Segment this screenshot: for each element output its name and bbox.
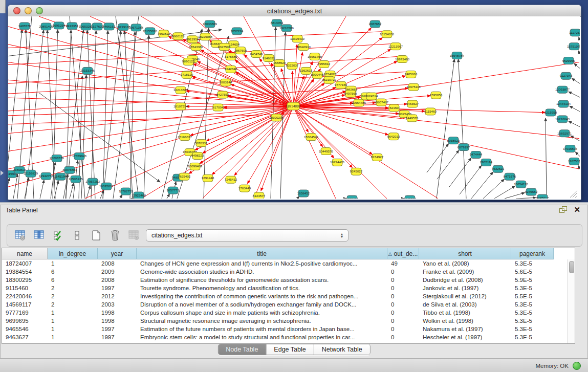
- cell-short: de Silva et al. (2003): [419, 301, 511, 308]
- cell-out-de-: 49: [387, 260, 419, 267]
- cell-short: Franke et al. (2009): [419, 269, 511, 275]
- svg-text:20206576: 20206576: [50, 156, 64, 160]
- cell-name: 14569117: [2, 301, 48, 308]
- svg-text:1107533: 1107533: [568, 159, 580, 163]
- table-row[interactable]: 946554611997Estimation of the future num…: [2, 325, 568, 333]
- column-header-in-degree[interactable]: in_degree: [48, 248, 98, 259]
- column-header-year[interactable]: year: [98, 248, 137, 259]
- cell-pagerank: 5.3E-5: [511, 260, 554, 267]
- cell-title: Estimation of significance thresholds fo…: [137, 277, 387, 283]
- table-row[interactable]: 1830029562008Estimation of significance …: [2, 276, 568, 284]
- close-panel-icon[interactable]: ✕: [574, 206, 580, 213]
- table-settings-icon[interactable]: [14, 229, 27, 242]
- table-panel-title: Table Panel: [6, 207, 38, 214]
- cell-year: 1998: [98, 318, 137, 324]
- column-header-pagerank[interactable]: pagerank: [511, 248, 554, 259]
- svg-text:18724007: 18724007: [286, 104, 301, 108]
- svg-text:9529966: 9529966: [562, 59, 575, 62]
- svg-text:7663822: 7663822: [158, 32, 170, 35]
- table-row[interactable]: 1872400712008Changes of HCN gene express…: [2, 259, 568, 268]
- cell-short: Yano et al. (2008): [419, 260, 511, 267]
- cell-name: 22420046: [2, 293, 48, 299]
- cell-year: 2008: [98, 277, 137, 283]
- delete-column-icon[interactable]: [109, 229, 121, 242]
- svg-text:10973493: 10973493: [395, 57, 409, 61]
- float-panel-icon[interactable]: [559, 206, 567, 213]
- svg-text:18300295: 18300295: [269, 116, 284, 119]
- cell-name: 9699695: [2, 318, 48, 324]
- table-row[interactable]: 977716911998Corpus callosum shape and si…: [2, 309, 568, 317]
- table-row[interactable]: 911546021997Tourette syndrome. Phenomeno…: [2, 284, 568, 292]
- column-header-short[interactable]: short: [419, 248, 511, 259]
- svg-text:8215958: 8215958: [545, 111, 557, 114]
- column-header-out-de-[interactable]: △out_de...: [387, 248, 419, 259]
- svg-text:12505135: 12505135: [69, 177, 83, 181]
- table-row[interactable]: 969969511998Structural magnetic resonanc…: [2, 317, 568, 325]
- hub-node: 18724007: [286, 102, 301, 110]
- svg-text:16294476: 16294476: [330, 160, 344, 164]
- svg-text:1645529: 1645529: [404, 197, 417, 199]
- svg-text:9890123: 9890123: [182, 60, 195, 63]
- edit-values-icon[interactable]: [52, 229, 64, 242]
- close-window-icon[interactable]: [13, 7, 20, 14]
- cell-name: 19384554: [2, 269, 48, 275]
- scrollbar-thumb[interactable]: [569, 261, 574, 273]
- row-height-icon[interactable]: [71, 229, 83, 242]
- svg-text:2150813: 2150813: [13, 168, 26, 171]
- svg-text:1595850: 1595850: [430, 93, 443, 97]
- cell-year: 1997: [98, 326, 137, 332]
- table-selector-dropdown[interactable]: citations_edges.txt ▲▼: [146, 229, 349, 242]
- svg-text:2803144: 2803144: [220, 80, 232, 84]
- svg-text:6497568: 6497568: [344, 92, 357, 95]
- table-row[interactable]: 2242004622012Investigating the contribut…: [2, 292, 568, 300]
- status-bar: Memory: OK: [0, 358, 588, 372]
- table-tabs: Node TableEdge TableNetwork Table: [217, 344, 370, 355]
- svg-text:10449576: 10449576: [319, 149, 333, 153]
- table-row[interactable]: 1456911722003Disruption of a novel membe…: [2, 300, 568, 309]
- cell-name: 18724007: [2, 260, 48, 267]
- svg-text:10654112: 10654112: [514, 182, 528, 186]
- memory-status-label: Memory: OK: [535, 363, 569, 369]
- network-canvas[interactable]: 1405578208914061695254891335110653287152…: [8, 16, 580, 199]
- svg-text:1405578: 1405578: [18, 24, 31, 28]
- svg-text:8454749: 8454749: [250, 52, 263, 56]
- cell-title: Disruption of a novel member of a sodium…: [137, 301, 387, 308]
- svg-text:17016504: 17016504: [563, 147, 577, 150]
- cell-short: Wolkin et al. (1998): [419, 318, 511, 324]
- desktop-corner-notch: [0, 0, 6, 13]
- table-row[interactable]: 1938455462009Genome-wide association stu…: [2, 268, 568, 276]
- table-row[interactable]: 946362711997Embryonic stem cells: a mode…: [2, 333, 568, 341]
- tab-node-table[interactable]: Node Table: [218, 344, 266, 355]
- cell-title: Estimation of the future numbers of pati…: [137, 326, 387, 332]
- cell-year: 2003: [98, 301, 137, 308]
- cell-pagerank: 5.3E-5: [511, 310, 554, 316]
- svg-text:1362615: 1362615: [300, 69, 313, 72]
- tab-edge-table[interactable]: Edge Table: [266, 344, 314, 355]
- svg-text:1145194: 1145194: [54, 174, 67, 178]
- new-column-icon[interactable]: [90, 229, 102, 242]
- svg-text:13325419: 13325419: [290, 37, 304, 40]
- svg-text:2935114: 2935114: [480, 160, 493, 164]
- select-column-icon[interactable]: [33, 229, 46, 242]
- minimize-window-icon[interactable]: [25, 7, 32, 14]
- svg-text:9245652: 9245652: [525, 190, 538, 193]
- column-header-title[interactable]: title: [137, 248, 387, 259]
- svg-text:9857771: 9857771: [167, 188, 180, 192]
- svg-text:12156829: 12156829: [24, 171, 38, 175]
- cell-name: 9115460: [2, 285, 48, 291]
- column-header-name[interactable]: name: [2, 248, 48, 259]
- svg-text:15692971: 15692971: [557, 132, 572, 135]
- cell-name: 9465546: [2, 326, 48, 332]
- svg-text:10807487: 10807487: [374, 100, 388, 104]
- sort-ascending-icon: △: [388, 251, 392, 256]
- collapsed-panel-handle-icon[interactable]: [1, 170, 4, 176]
- network-window-titlebar[interactable]: citations_edges.txt: [8, 5, 581, 17]
- zoom-window-icon[interactable]: [36, 7, 43, 14]
- cell-out-de-: 0: [387, 310, 419, 316]
- tab-network-table[interactable]: Network Table: [314, 344, 370, 355]
- table-vertical-scrollbar[interactable]: [568, 259, 575, 343]
- svg-text:12213387: 12213387: [173, 88, 188, 92]
- memory-ok-icon[interactable]: [573, 362, 581, 370]
- import-table-icon[interactable]: 2 22">: [128, 229, 140, 242]
- cell-year: 1997: [98, 285, 137, 291]
